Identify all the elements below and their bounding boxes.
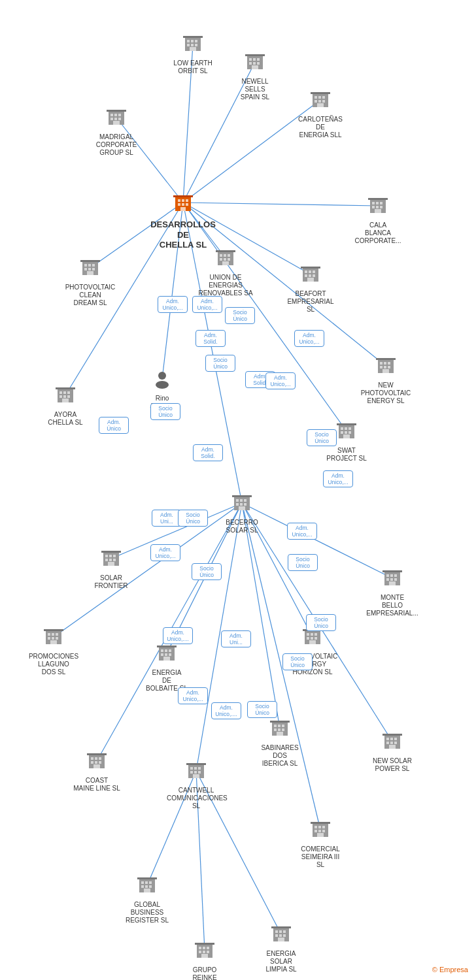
svg-rect-250 xyxy=(207,951,209,953)
svg-rect-138 xyxy=(345,427,347,430)
svg-rect-219 xyxy=(390,738,393,740)
cala_blanca-icon xyxy=(368,196,388,220)
svg-rect-65 xyxy=(314,96,317,99)
svg-rect-115 xyxy=(313,274,315,277)
svg-rect-183 xyxy=(390,574,393,577)
svg-rect-220 xyxy=(394,738,397,740)
svg-rect-205 xyxy=(198,771,201,774)
svg-rect-40 xyxy=(240,503,243,506)
desarrollos-label: DESARROLLOS DE CHELLA SL xyxy=(150,220,216,250)
svg-rect-156 xyxy=(52,633,54,636)
svg-rect-121 xyxy=(380,202,382,204)
node-global_business: GLOBAL BUSINESS REGISTER SL xyxy=(118,875,177,924)
svg-rect-68 xyxy=(314,100,317,103)
svg-rect-233 xyxy=(317,833,324,837)
madrigal-icon xyxy=(107,108,126,132)
cala_blanca-label: CALA BLANCA CORPORATE... xyxy=(355,221,401,245)
node-union_energias: UNION DE ENERGIAS RENOVABLES SA xyxy=(196,248,255,297)
badge-11: Socio Único xyxy=(307,429,337,446)
svg-rect-84 xyxy=(88,264,91,267)
svg-rect-114 xyxy=(309,274,311,277)
svg-rect-99 xyxy=(56,387,75,389)
svg-rect-60 xyxy=(253,62,256,65)
svg-rect-102 xyxy=(224,254,226,257)
svg-rect-137 xyxy=(341,427,343,430)
svg-rect-131 xyxy=(380,366,382,368)
svg-rect-243 xyxy=(137,877,157,879)
svg-rect-129 xyxy=(384,362,386,365)
svg-rect-69 xyxy=(318,100,321,103)
svg-rect-162 xyxy=(44,629,63,631)
svg-rect-27 xyxy=(178,199,180,202)
svg-rect-169 xyxy=(169,653,171,656)
svg-rect-143 xyxy=(343,434,350,438)
svg-rect-170 xyxy=(163,657,170,661)
svg-rect-39 xyxy=(236,503,239,506)
copyright: © Empresa xyxy=(432,966,468,973)
svg-rect-260 xyxy=(278,938,284,941)
badge-23: Adm. Unico,... xyxy=(178,687,208,704)
svg-rect-130 xyxy=(388,362,390,365)
sabinares-label: SABINARES DOS IBERICA SL xyxy=(261,744,298,768)
solar_frontier-label: SOLAR FRONTIER xyxy=(94,574,128,590)
svg-rect-150 xyxy=(109,559,112,561)
svg-rect-71 xyxy=(317,103,324,107)
node-solar_frontier: SOLAR FRONTIER xyxy=(82,549,141,590)
node-ayora: AYORA CHELLA SL xyxy=(36,385,95,427)
svg-rect-212 xyxy=(91,761,94,764)
svg-rect-203 xyxy=(190,771,193,774)
svg-rect-148 xyxy=(113,555,116,557)
svg-rect-182 xyxy=(386,574,389,577)
svg-rect-94 xyxy=(67,391,70,394)
union_energias-icon xyxy=(216,248,235,272)
swat-icon xyxy=(337,421,356,446)
svg-rect-201 xyxy=(194,767,197,770)
svg-rect-164 xyxy=(161,649,163,652)
svg-rect-211 xyxy=(99,757,101,760)
svg-rect-175 xyxy=(314,633,317,636)
svg-rect-86 xyxy=(84,268,87,270)
comercial-icon xyxy=(311,820,330,844)
svg-rect-194 xyxy=(274,728,277,731)
svg-rect-232 xyxy=(322,830,325,832)
node-comercial: COMERCIAL SEIMEIRA III SL xyxy=(291,820,350,869)
svg-rect-66 xyxy=(318,96,321,99)
badge-22: Socio Único xyxy=(282,653,313,670)
node-lowearth: LOW EARTH ORBIT SL xyxy=(163,34,222,75)
badge-0: Adm. Unico,... xyxy=(158,296,188,313)
svg-rect-134 xyxy=(382,369,389,373)
svg-rect-95 xyxy=(60,395,62,398)
becerro-label: BECERRO SOLAR SL xyxy=(226,519,258,534)
node-beafort: BEAFORT EMPRESARIAL SL xyxy=(281,265,340,314)
node-grupo_reinke: GRUPO REINKE EMPRESARIAL... xyxy=(175,941,234,980)
svg-rect-124 xyxy=(380,206,382,208)
svg-rect-48 xyxy=(191,40,194,42)
svg-rect-90 xyxy=(80,260,100,262)
svg-rect-107 xyxy=(222,261,229,265)
newell-label: NEWELL SELLS SPAIN SL xyxy=(241,78,269,101)
svg-rect-117 xyxy=(301,267,320,269)
svg-rect-72 xyxy=(311,92,330,94)
svg-rect-252 xyxy=(195,943,214,945)
node-monte_bello: MONTE BELLO EMPRESARIAL... xyxy=(363,568,422,617)
svg-rect-159 xyxy=(52,637,54,640)
node-cantwell: CANTWELL COMUNICACIONES SL xyxy=(167,761,226,810)
svg-rect-135 xyxy=(376,358,396,360)
sabinares-icon xyxy=(270,719,290,743)
node-coast_maine: COAST MAINE LINE SL xyxy=(67,751,126,792)
badge-19: Adm. Unico,.... xyxy=(163,627,193,644)
comercial-label: COMERCIAL SEIMEIRA III SL xyxy=(301,845,339,869)
lowearth-label: LOW EARTH ORBIT SL xyxy=(173,59,212,75)
svg-rect-222 xyxy=(390,742,393,744)
svg-rect-171 xyxy=(157,645,177,647)
svg-rect-80 xyxy=(113,121,120,125)
grupo_reinke-icon xyxy=(195,941,214,965)
svg-rect-33 xyxy=(180,207,186,211)
badge-17: Adm. Unico,... xyxy=(150,544,180,561)
svg-rect-196 xyxy=(282,728,284,731)
svg-rect-157 xyxy=(56,633,58,636)
svg-rect-70 xyxy=(322,100,325,103)
svg-rect-29 xyxy=(186,199,188,202)
svg-rect-87 xyxy=(88,268,91,270)
badge-8: Socio Único xyxy=(150,403,180,420)
